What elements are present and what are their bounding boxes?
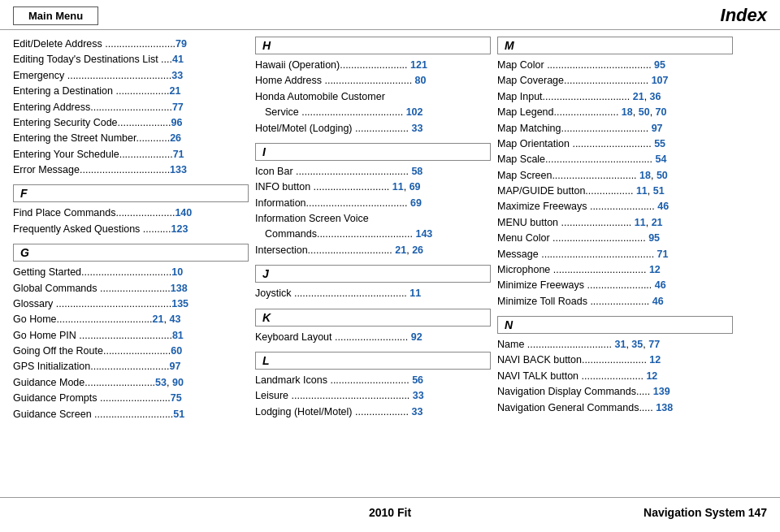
entry-minimize-freeways: Minimize Freeways ......................… — [497, 278, 733, 293]
entry-gps-init: GPS Initialization......................… — [13, 359, 249, 374]
section-header-i: I — [255, 143, 491, 161]
entry-getting-started: Getting Started.........................… — [13, 265, 249, 280]
entry-entering-addr: Entering Address........................… — [13, 100, 249, 115]
entry-navi-talk: NAVI TALK button ...................... … — [497, 369, 733, 384]
entry-nav-general-cmds: Navigation General Commands..... 138 — [497, 400, 733, 416]
entry-glossary: Glossary ...............................… — [13, 296, 249, 312]
section-header-f: F — [13, 184, 249, 202]
entry-maximize-freeways: Maximize Freeways ......................… — [497, 199, 733, 214]
entry-error-msg: Error Message...........................… — [13, 162, 249, 178]
entry-map-input: Map Input...............................… — [497, 89, 733, 105]
main-menu-box[interactable]: Main Menu — [13, 6, 98, 25]
entry-menu-button: MENU button ......................... 11… — [497, 215, 733, 231]
entry-going-off: Going Off the Route.....................… — [13, 344, 249, 359]
entry-keyboard-layout: Keyboard Layout ........................… — [255, 330, 491, 345]
entry-map-legend: Map Legend....................... 18, 50… — [497, 105, 733, 120]
section-header-j: J — [255, 265, 491, 283]
entry-guidance-prompts: Guidance Prompts .......................… — [13, 391, 249, 406]
column-left: Edit/Delete Address ....................… — [13, 37, 249, 491]
entry-find-place: Find Place Commands.....................… — [13, 205, 249, 221]
entry-guidance-mode: Guidance Mode.........................53… — [13, 375, 249, 391]
entry-message: Message ................................… — [497, 247, 733, 262]
entry-nav-display-cmds: Navigation Display Commands..... 139 — [497, 384, 733, 400]
entry-entering-dest: Entering a Destination .................… — [13, 84, 249, 99]
entry-map-screen: Map Screen..............................… — [497, 168, 733, 184]
entry-minimize-toll: Minimize Toll Roads ....................… — [497, 294, 733, 309]
entry-map-scale: Map Scale...............................… — [497, 152, 733, 167]
column-right: M Map Color ............................… — [497, 37, 733, 491]
entry-faq: Frequently Asked Questions ..........123 — [13, 222, 249, 237]
section-header-l: L — [255, 352, 491, 370]
entry-icon-bar: Icon Bar ...............................… — [255, 164, 491, 179]
entry-edit-delete: Edit/Delete Address ....................… — [13, 37, 249, 52]
entry-home-addr: Home Address ...........................… — [255, 73, 491, 89]
entry-map-coverage: Map Coverage............................… — [497, 73, 733, 89]
entry-emergency: Emergency ..............................… — [13, 68, 249, 84]
entry-information: Information.............................… — [255, 196, 491, 211]
entry-honda-header: Honda Automobile Customer — [255, 89, 491, 105]
page-title: Index — [721, 5, 767, 26]
entry-guidance-screen: Guidance Screen ........................… — [13, 407, 249, 422]
entry-name: Name .............................. 31, … — [497, 337, 733, 353]
entry-go-home-pin: Go Home PIN ............................… — [13, 328, 249, 344]
entry-intersection: Intersection............................… — [255, 243, 491, 258]
entry-entering-sched: Entering Your Schedule..................… — [13, 147, 249, 162]
entry-honda-service: Service ................................… — [255, 105, 491, 120]
entry-go-home: Go Home.................................… — [13, 312, 249, 327]
entry-landmark-icons: Landmark Icons .........................… — [255, 373, 491, 388]
entry-map-color: Map Color ..............................… — [497, 58, 733, 73]
section-header-h: H — [255, 37, 491, 54]
footer-page-number: 147 — [748, 506, 767, 519]
entry-info-screen-voice: Information Screen Voice — [255, 211, 491, 227]
entry-lodging: Lodging (Hotel/Motel) ..................… — [255, 404, 491, 420]
top-bar: Main Menu Index — [0, 0, 780, 30]
entry-entering-sec: Entering Security Code..................… — [13, 115, 249, 131]
entry-commands: Commands................................… — [255, 227, 491, 242]
main-content: Edit/Delete Address ....................… — [0, 30, 780, 497]
entry-info-button: INFO button ........................... … — [255, 179, 491, 195]
footer-center: 2010 Fit — [369, 506, 411, 519]
entry-microphone: Microphone .............................… — [497, 262, 733, 278]
footer-right: Navigation System 147 — [644, 506, 767, 519]
entry-leisure: Leisure ................................… — [255, 388, 491, 404]
entry-global-commands: Global Commands ........................… — [13, 281, 249, 296]
footer: 2010 Fit Navigation System 147 — [0, 497, 780, 526]
entry-map-orientation: Map Orientation ........................… — [497, 136, 733, 152]
entry-hawaii: Hawaii (Operation)......................… — [255, 58, 491, 73]
entry-editing-today: Editing Today's Destinations List ....41 — [13, 52, 249, 67]
section-header-n: N — [497, 316, 733, 334]
section-header-g: G — [13, 244, 249, 262]
entry-map-matching: Map Matching............................… — [497, 121, 733, 136]
section-header-k: K — [255, 309, 491, 327]
entry-joystick: Joystick ...............................… — [255, 286, 491, 301]
section-header-m: M — [497, 37, 733, 54]
entry-map-guide-button: MAP/GUIDE button................. 11, 51 — [497, 184, 733, 199]
footer-right-label: Navigation System — [644, 506, 745, 519]
entry-entering-street: Entering the Street Number............26 — [13, 131, 249, 146]
entry-menu-color: Menu Color .............................… — [497, 231, 733, 246]
column-mid: H Hawaii (Operation)....................… — [255, 37, 491, 491]
entry-hotel-motel: Hotel/Motel (Lodging) ..................… — [255, 121, 491, 136]
main-menu-label: Main Menu — [28, 10, 83, 22]
entry-navi-back: NAVI BACK button....................... … — [497, 353, 733, 368]
